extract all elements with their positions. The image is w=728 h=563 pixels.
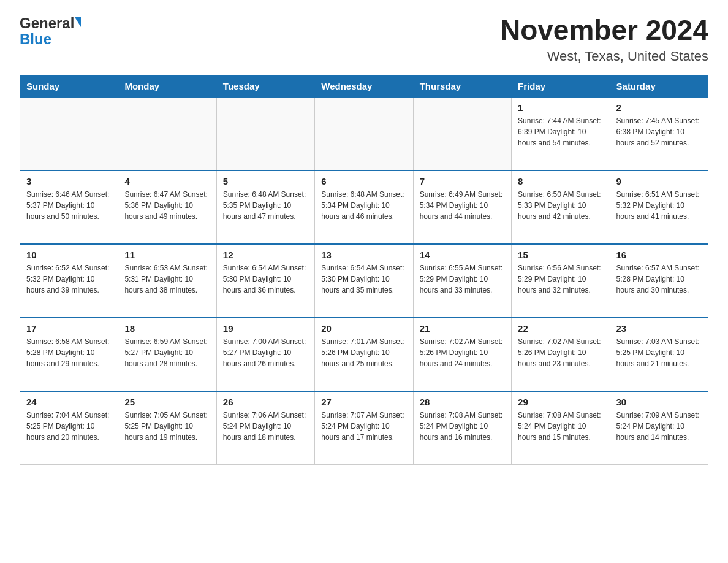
calendar-cell: 9Sunrise: 6:51 AM Sunset: 5:32 PM Daylig…	[610, 170, 708, 244]
calendar-cell: 23Sunrise: 7:03 AM Sunset: 5:25 PM Dayli…	[610, 318, 708, 391]
day-number: 10	[26, 250, 112, 260]
day-number: 15	[518, 250, 603, 260]
month-title: November 2024	[500, 15, 708, 46]
logo: General Blue	[20, 15, 81, 47]
day-info: Sunrise: 7:00 AM Sunset: 5:27 PM Dayligh…	[223, 336, 308, 369]
day-info: Sunrise: 7:01 AM Sunset: 5:26 PM Dayligh…	[321, 336, 406, 369]
day-info: Sunrise: 7:09 AM Sunset: 5:24 PM Dayligh…	[616, 410, 702, 443]
day-number: 26	[223, 397, 308, 407]
day-number: 29	[518, 397, 603, 407]
day-number: 16	[616, 250, 702, 260]
day-number: 5	[223, 176, 308, 186]
day-number: 7	[420, 176, 505, 186]
calendar-cell: 26Sunrise: 7:06 AM Sunset: 5:24 PM Dayli…	[216, 391, 314, 465]
calendar-cell: 12Sunrise: 6:54 AM Sunset: 5:30 PM Dayli…	[216, 244, 314, 318]
day-number: 6	[321, 176, 406, 186]
calendar-cell: 27Sunrise: 7:07 AM Sunset: 5:24 PM Dayli…	[315, 391, 413, 465]
week-row-4: 17Sunrise: 6:58 AM Sunset: 5:28 PM Dayli…	[20, 318, 708, 391]
calendar-cell: 22Sunrise: 7:02 AM Sunset: 5:26 PM Dayli…	[512, 318, 610, 391]
day-info: Sunrise: 7:04 AM Sunset: 5:25 PM Dayligh…	[26, 410, 112, 443]
calendar-cell: 16Sunrise: 6:57 AM Sunset: 5:28 PM Dayli…	[610, 244, 708, 318]
day-number: 1	[518, 102, 603, 113]
day-number: 20	[321, 323, 406, 334]
calendar-cell: 11Sunrise: 6:53 AM Sunset: 5:31 PM Dayli…	[118, 244, 216, 318]
day-number: 9	[616, 176, 702, 186]
calendar-cell: 19Sunrise: 7:00 AM Sunset: 5:27 PM Dayli…	[216, 318, 314, 391]
week-row-1: 1Sunrise: 7:44 AM Sunset: 6:39 PM Daylig…	[20, 97, 708, 170]
col-header-thursday: Thursday	[413, 75, 511, 97]
day-info: Sunrise: 7:02 AM Sunset: 5:26 PM Dayligh…	[518, 336, 603, 369]
calendar-cell: 20Sunrise: 7:01 AM Sunset: 5:26 PM Dayli…	[315, 318, 413, 391]
logo-chevron-icon	[75, 17, 81, 27]
week-row-3: 10Sunrise: 6:52 AM Sunset: 5:32 PM Dayli…	[20, 244, 708, 318]
calendar-cell: 7Sunrise: 6:49 AM Sunset: 5:34 PM Daylig…	[413, 170, 511, 244]
day-number: 3	[26, 176, 112, 186]
calendar-cell	[315, 97, 413, 170]
col-header-sunday: Sunday	[20, 75, 118, 97]
day-number: 2	[616, 102, 702, 113]
calendar-table: SundayMondayTuesdayWednesdayThursdayFrid…	[20, 75, 708, 465]
day-number: 13	[321, 250, 406, 260]
day-number: 24	[26, 397, 112, 407]
calendar-cell: 18Sunrise: 6:59 AM Sunset: 5:27 PM Dayli…	[118, 318, 216, 391]
day-number: 23	[616, 323, 702, 334]
logo-general-text: General	[20, 15, 74, 32]
day-info: Sunrise: 6:54 AM Sunset: 5:30 PM Dayligh…	[223, 262, 308, 296]
col-header-saturday: Saturday	[610, 75, 708, 97]
calendar-cell: 17Sunrise: 6:58 AM Sunset: 5:28 PM Dayli…	[20, 318, 118, 391]
calendar-cell	[118, 97, 216, 170]
day-info: Sunrise: 6:48 AM Sunset: 5:35 PM Dayligh…	[223, 189, 308, 222]
day-info: Sunrise: 6:53 AM Sunset: 5:31 PM Dayligh…	[124, 262, 210, 296]
calendar-cell: 13Sunrise: 6:54 AM Sunset: 5:30 PM Dayli…	[315, 244, 413, 318]
day-number: 27	[321, 397, 406, 407]
calendar-cell: 8Sunrise: 6:50 AM Sunset: 5:33 PM Daylig…	[512, 170, 610, 244]
location-title: West, Texas, United States	[500, 48, 708, 64]
day-info: Sunrise: 7:07 AM Sunset: 5:24 PM Dayligh…	[321, 410, 406, 443]
day-info: Sunrise: 6:48 AM Sunset: 5:34 PM Dayligh…	[321, 189, 406, 222]
calendar-cell: 25Sunrise: 7:05 AM Sunset: 5:25 PM Dayli…	[118, 391, 216, 465]
calendar-cell: 14Sunrise: 6:55 AM Sunset: 5:29 PM Dayli…	[413, 244, 511, 318]
day-info: Sunrise: 7:08 AM Sunset: 5:24 PM Dayligh…	[420, 410, 505, 443]
day-info: Sunrise: 6:59 AM Sunset: 5:27 PM Dayligh…	[124, 336, 210, 369]
calendar-header-row: SundayMondayTuesdayWednesdayThursdayFrid…	[20, 75, 708, 97]
day-info: Sunrise: 7:44 AM Sunset: 6:39 PM Dayligh…	[518, 115, 603, 148]
calendar-cell: 21Sunrise: 7:02 AM Sunset: 5:26 PM Dayli…	[413, 318, 511, 391]
logo-blue-text: Blue	[20, 32, 51, 47]
calendar-cell: 30Sunrise: 7:09 AM Sunset: 5:24 PM Dayli…	[610, 391, 708, 465]
day-number: 30	[616, 397, 702, 407]
calendar-cell	[413, 97, 511, 170]
calendar-cell	[20, 97, 118, 170]
day-number: 22	[518, 323, 603, 334]
day-info: Sunrise: 7:05 AM Sunset: 5:25 PM Dayligh…	[124, 410, 210, 443]
calendar-cell: 3Sunrise: 6:46 AM Sunset: 5:37 PM Daylig…	[20, 170, 118, 244]
title-area: November 2024 West, Texas, United States	[500, 15, 708, 64]
calendar-cell: 15Sunrise: 6:56 AM Sunset: 5:29 PM Dayli…	[512, 244, 610, 318]
day-info: Sunrise: 6:57 AM Sunset: 5:28 PM Dayligh…	[616, 262, 702, 296]
col-header-tuesday: Tuesday	[216, 75, 314, 97]
day-info: Sunrise: 6:46 AM Sunset: 5:37 PM Dayligh…	[26, 189, 112, 222]
day-number: 12	[223, 250, 308, 260]
day-number: 19	[223, 323, 308, 334]
calendar-cell: 10Sunrise: 6:52 AM Sunset: 5:32 PM Dayli…	[20, 244, 118, 318]
col-header-monday: Monday	[118, 75, 216, 97]
day-info: Sunrise: 6:49 AM Sunset: 5:34 PM Dayligh…	[420, 189, 505, 222]
day-number: 21	[420, 323, 505, 334]
calendar-cell: 5Sunrise: 6:48 AM Sunset: 5:35 PM Daylig…	[216, 170, 314, 244]
day-info: Sunrise: 6:55 AM Sunset: 5:29 PM Dayligh…	[420, 262, 505, 296]
day-number: 4	[124, 176, 210, 186]
calendar-cell: 29Sunrise: 7:08 AM Sunset: 5:24 PM Dayli…	[512, 391, 610, 465]
week-row-5: 24Sunrise: 7:04 AM Sunset: 5:25 PM Dayli…	[20, 391, 708, 465]
day-info: Sunrise: 6:47 AM Sunset: 5:36 PM Dayligh…	[124, 189, 210, 222]
calendar-cell: 24Sunrise: 7:04 AM Sunset: 5:25 PM Dayli…	[20, 391, 118, 465]
calendar-cell: 1Sunrise: 7:44 AM Sunset: 6:39 PM Daylig…	[512, 97, 610, 170]
day-info: Sunrise: 6:58 AM Sunset: 5:28 PM Dayligh…	[26, 336, 112, 369]
day-info: Sunrise: 7:45 AM Sunset: 6:38 PM Dayligh…	[616, 115, 702, 148]
day-number: 25	[124, 397, 210, 407]
day-number: 18	[124, 323, 210, 334]
calendar-cell	[216, 97, 314, 170]
day-info: Sunrise: 6:51 AM Sunset: 5:32 PM Dayligh…	[616, 189, 702, 222]
day-info: Sunrise: 7:02 AM Sunset: 5:26 PM Dayligh…	[420, 336, 505, 369]
col-header-friday: Friday	[512, 75, 610, 97]
calendar-cell: 28Sunrise: 7:08 AM Sunset: 5:24 PM Dayli…	[413, 391, 511, 465]
header: General Blue November 2024 West, Texas, …	[20, 15, 708, 64]
